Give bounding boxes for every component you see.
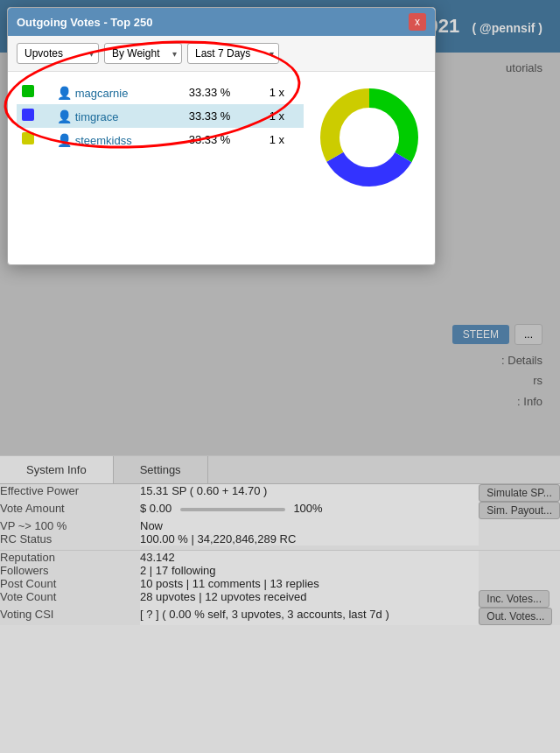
user-icon: 👤 <box>57 133 72 147</box>
modal-title: Outgoing Votes - Top 250 <box>17 16 153 29</box>
info-value-0: 15.31 SP ( 0.60 + 14.70 ) <box>140 484 479 502</box>
modal-toolbar: Upvotes Downvotes All By Weight By Count… <box>8 36 435 72</box>
color-cell <box>17 104 52 128</box>
color-indicator <box>22 85 34 97</box>
info-label-7: Post Count <box>0 577 140 590</box>
modal-body: 👤 magcarnie 33.33 % 1 x 👤 timgrace 33.33… <box>8 72 435 264</box>
info-label-8: Vote Count <box>0 590 140 608</box>
donut-chart <box>312 81 426 194</box>
color-indicator <box>22 132 34 144</box>
outgoing-votes-modal: Outgoing Votes - Top 250 x Upvotes Downv… <box>7 7 436 265</box>
pct-cell: 33.33 % <box>184 104 264 128</box>
info-action-9[interactable]: Out. Votes... <box>479 608 560 625</box>
action-btn-8[interactable]: Inc. Votes... <box>479 590 550 608</box>
modal-titlebar: Outgoing Votes - Top 250 x <box>8 8 435 36</box>
info-label-5: Reputation <box>0 551 140 564</box>
info-action-5 <box>479 551 560 564</box>
tab-settings[interactable]: Settings <box>114 456 208 483</box>
info-action-8[interactable]: Inc. Votes... <box>479 590 560 608</box>
username-cell[interactable]: 👤 steemkidss <box>52 128 184 151</box>
info-action-0[interactable]: Simulate SP... <box>479 484 560 502</box>
info-value-1: $ 0.00 100% <box>140 502 479 519</box>
info-value-3: 100.00 % | 34,220,846,289 RC <box>140 532 479 545</box>
donut-center <box>345 113 394 162</box>
info-value-8: 28 upvotes | 12 upvotes received <box>140 590 479 608</box>
table-row: 👤 timgrace 33.33 % 1 x <box>17 104 304 128</box>
period-dropdown[interactable]: Last 7 Days Last 30 Days All Time <box>187 43 279 64</box>
color-cell <box>17 128 52 151</box>
user-icon: 👤 <box>57 109 72 123</box>
pct-cell: 33.33 % <box>184 128 264 151</box>
info-label-9: Voting CSI <box>0 608 140 625</box>
info-label-3: RC Status <box>0 532 140 545</box>
pct-cell: 33.33 % <box>184 81 264 104</box>
username-cell[interactable]: 👤 magcarnie <box>52 81 184 104</box>
color-cell <box>17 81 52 104</box>
info-label-2: VP ~> 100 % <box>0 519 140 532</box>
sort-dropdown[interactable]: By Weight By Count By Value <box>104 43 182 64</box>
action-btn-1[interactable]: Sim. Payout... <box>479 502 560 519</box>
info-action-1[interactable]: Sim. Payout... <box>479 502 560 519</box>
action-btn-9[interactable]: Out. Votes... <box>479 608 552 625</box>
info-action-6 <box>479 564 560 577</box>
bottom-panel: System Info Settings Effective Power15.3… <box>0 455 560 753</box>
info-value-5: 43.142 <box>140 551 479 564</box>
sort-dropdown-wrapper[interactable]: By Weight By Count By Value <box>104 43 182 64</box>
votes-data-table: 👤 magcarnie 33.33 % 1 x 👤 timgrace 33.33… <box>17 81 304 151</box>
info-label-0: Effective Power <box>0 484 140 502</box>
type-dropdown-wrapper[interactable]: Upvotes Downvotes All <box>17 43 99 64</box>
tabs-row: System Info Settings <box>0 456 560 484</box>
count-cell: 1 x <box>264 104 304 128</box>
type-dropdown[interactable]: Upvotes Downvotes All <box>17 43 99 64</box>
info-action-7 <box>479 577 560 590</box>
info-value-7: 10 posts | 11 comments | 13 replies <box>140 577 479 590</box>
info-action-3 <box>479 532 560 545</box>
info-value-2: Now <box>140 519 479 532</box>
info-label-6: Followers <box>0 564 140 577</box>
table-row: 👤 magcarnie 33.33 % 1 x <box>17 81 304 104</box>
table-row: 👤 steemkidss 33.33 % 1 x <box>17 128 304 151</box>
votes-table: 👤 magcarnie 33.33 % 1 x 👤 timgrace 33.33… <box>17 81 304 256</box>
action-btn-0[interactable]: Simulate SP... <box>479 484 559 502</box>
count-cell: 1 x <box>264 128 304 151</box>
user-icon: 👤 <box>57 86 72 100</box>
donut-svg <box>312 81 426 194</box>
count-cell: 1 x <box>264 81 304 104</box>
info-value-9: [ ? ] ( 0.00 % self, 3 upvotes, 3 accoun… <box>140 608 479 625</box>
color-indicator <box>22 109 34 121</box>
info-value-6: 2 | 17 following <box>140 564 479 577</box>
modal-close-button[interactable]: x <box>409 13 426 31</box>
info-action-2 <box>479 519 560 532</box>
info-table: Effective Power15.31 SP ( 0.60 + 14.70 )… <box>0 484 560 625</box>
tab-system-info[interactable]: System Info <box>0 456 114 483</box>
period-dropdown-wrapper[interactable]: Last 7 Days Last 30 Days All Time <box>187 43 279 64</box>
info-label-1: Vote Amount <box>0 502 140 519</box>
username-cell[interactable]: 👤 timgrace <box>52 104 184 128</box>
